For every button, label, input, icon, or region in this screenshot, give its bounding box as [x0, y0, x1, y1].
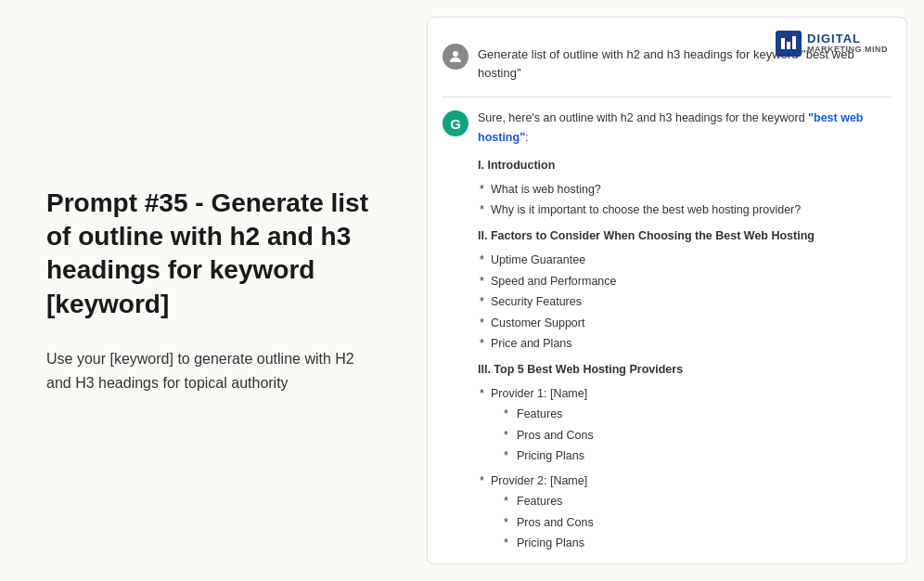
section2-list: Uptime Guarantee Speed and Performance S… — [478, 250, 892, 355]
svg-rect-2 — [792, 36, 796, 49]
logo-line2: MARKETING MIND — [807, 45, 888, 55]
chat-area[interactable]: Generate list of outline with h2 and h3 … — [428, 27, 906, 563]
provider2-sub-list: Features Pros and Cons Pricing Plans — [491, 491, 892, 554]
user-avatar — [443, 44, 468, 70]
svg-rect-1 — [787, 42, 790, 49]
svg-rect-0 — [781, 38, 785, 49]
provider3-label: Provider 3: [Name] — [491, 558, 892, 563]
list-item: Pros and Cons — [517, 512, 892, 534]
section2-heading: II. Factors to Consider When Choosing th… — [478, 226, 892, 246]
list-item: Pros and Cons — [517, 425, 892, 446]
section3-heading: III. Top 5 Best Web Hosting Providers — [478, 360, 892, 380]
provider1-list: Provider 1: [Name] Features Pros and Con… — [478, 383, 892, 467]
right-panel: DIGITAL MARKETING MIND Generate list of … — [427, 17, 907, 564]
ai-message-row: G Sure, here's an outline with h2 and h3… — [443, 109, 892, 563]
main-heading: Prompt #35 - Generate list of outline wi… — [46, 187, 380, 322]
list-item: Why is it important to choose the best w… — [491, 200, 892, 221]
ai-intro: Sure, here's an outline with h2 and h3 h… — [478, 109, 892, 148]
list-item: What is web hosting? — [491, 179, 892, 200]
list-item: Pricing Plans — [517, 445, 892, 467]
provider1-sub-list: Features Pros and Cons Pricing Plans — [491, 404, 892, 467]
section1-list: What is web hosting? Why is it important… — [478, 179, 892, 221]
list-item: Security Features — [491, 291, 892, 313]
provider3-list: Provider 3: [Name] — [478, 558, 892, 563]
ai-intro-before: Sure, here's an outline with h2 and h3 h… — [478, 111, 808, 124]
divider — [443, 97, 892, 97]
logo-text-block: DIGITAL MARKETING MIND — [807, 32, 888, 55]
list-item: Features — [517, 491, 892, 512]
list-item: Pricing Plans — [517, 533, 892, 554]
list-item: Price and Plans — [491, 333, 892, 355]
list-item: Uptime Guarantee — [491, 250, 892, 271]
ai-intro-after: : — [525, 131, 528, 144]
left-panel: Prompt #35 - Generate list of outline wi… — [0, 0, 427, 581]
logo-line1: DIGITAL — [807, 32, 888, 45]
page-wrapper: Prompt #35 - Generate list of outline wi… — [0, 0, 924, 581]
provider2-label: Provider 2: [Name] Features Pros and Con… — [491, 471, 892, 554]
sub-text: Use your [keyword] to generate outline w… — [46, 347, 380, 394]
ai-content: Sure, here's an outline with h2 and h3 h… — [478, 109, 892, 563]
provider2-list: Provider 2: [Name] Features Pros and Con… — [478, 471, 892, 554]
section1-heading: I. Introduction — [478, 156, 892, 175]
logo-icon — [776, 31, 802, 57]
logo-area: DIGITAL MARKETING MIND — [776, 31, 888, 57]
ai-avatar-letter: G — [450, 116, 461, 132]
list-item: Customer Support — [491, 313, 892, 334]
provider1-label: Provider 1: [Name] Features Pros and Con… — [491, 383, 892, 467]
list-item: Speed and Performance — [491, 271, 892, 292]
svg-point-3 — [453, 51, 458, 57]
list-item: Features — [517, 404, 892, 425]
ai-avatar: G — [443, 110, 468, 136]
